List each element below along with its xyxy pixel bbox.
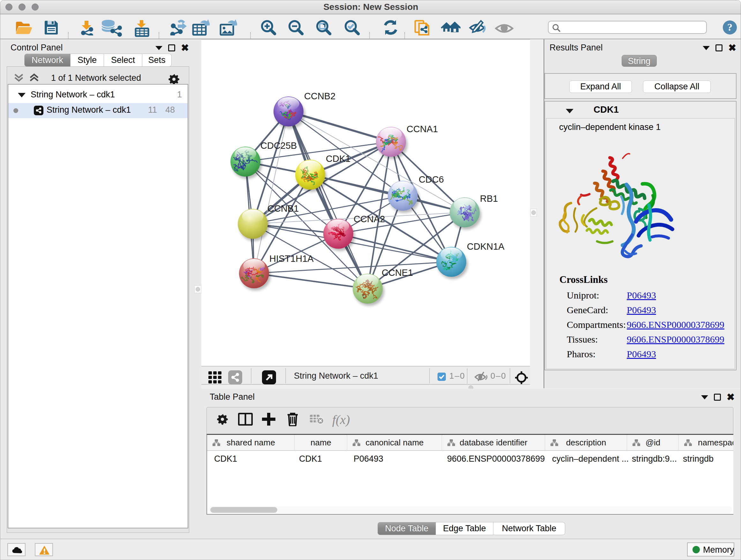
svg-text:CCNE1: CCNE1 [382,267,413,278]
svg-text:CDK1: CDK1 [326,153,350,164]
svg-text:CCNA1: CCNA1 [407,124,438,134]
svg-text:RB1: RB1 [480,193,498,204]
svg-text:HIST1H1A: HIST1H1A [269,253,314,264]
svg-text:CCNB1: CCNB1 [267,203,299,213]
svg-text:CCNB2: CCNB2 [304,91,335,101]
svg-text:?: ? [727,21,732,33]
svg-text:CDC25B: CDC25B [260,140,297,151]
svg-text:CDC6: CDC6 [419,174,444,185]
svg-text:CCNA2: CCNA2 [354,214,385,224]
svg-text:CDKN1A: CDKN1A [467,241,504,252]
